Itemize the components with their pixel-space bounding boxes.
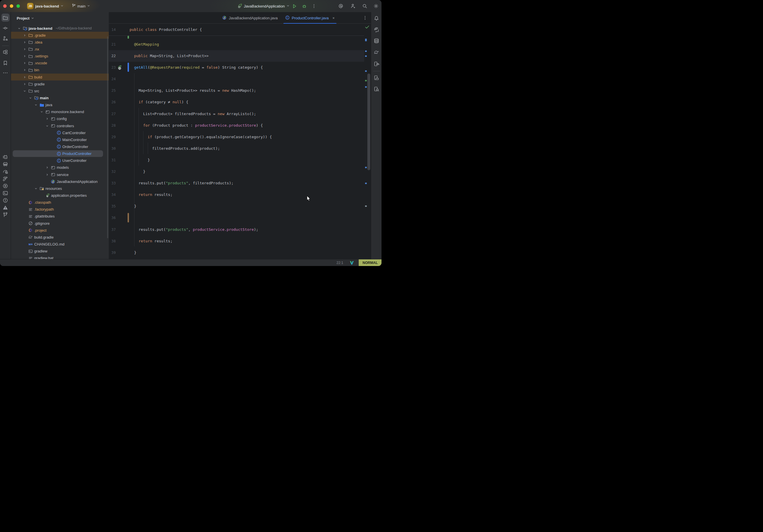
incognito-icon[interactable]	[1, 160, 10, 168]
code-row-25[interactable]: 25Map<String, List<Product>> results = n…	[109, 85, 364, 96]
project-folder-icon[interactable]	[1, 14, 10, 22]
code-row-30[interactable]: 30filteredProducts.add(product);	[109, 143, 364, 154]
tree-item--vscode[interactable]: .vscode	[11, 60, 109, 67]
tree-item-controllers[interactable]: controllers	[11, 122, 109, 129]
code-row-24[interactable]: 24	[109, 73, 364, 85]
tree-item-src[interactable]: src	[11, 87, 109, 94]
running-devices-icon[interactable]	[372, 73, 381, 82]
stripe-change-mark[interactable]	[365, 55, 367, 57]
tree-item-gradlew[interactable]: gradlew	[11, 248, 109, 255]
code-row-21[interactable]: 21@GetMapping	[109, 39, 364, 50]
tab-productcontroller-java[interactable]: CProductController.java×	[283, 12, 337, 24]
search-icon[interactable]	[362, 3, 368, 9]
more-actions-icon[interactable]	[311, 3, 317, 9]
tree-item--classpath[interactable]: .classpath	[11, 199, 109, 206]
debug-button[interactable]	[301, 3, 307, 9]
chevron-right-icon[interactable]	[23, 40, 27, 45]
code-row-29[interactable]: 29if (product.getCategory().equalsIgnore…	[109, 131, 364, 143]
commit-icon[interactable]	[1, 24, 10, 32]
run-configuration-selector[interactable]: JavaBackendApplication	[237, 0, 290, 12]
chevron-right-icon[interactable]	[23, 82, 27, 86]
editor-scrollbar[interactable]	[367, 73, 370, 170]
tree-item-java-backend[interactable]: java-backend~/Github/java-backend	[11, 25, 109, 32]
chevron-right-icon[interactable]	[23, 75, 27, 79]
stripe-change-mark[interactable]	[365, 51, 367, 52]
warnings-icon[interactable]	[1, 203, 10, 211]
code-row-22[interactable]: 22public Map<String, List<Product>>	[109, 50, 364, 62]
stripe-change-mark[interactable]	[365, 183, 367, 184]
tree-item-config[interactable]: config	[11, 115, 109, 122]
hierarchy-icon[interactable]	[1, 48, 10, 56]
tree-item-build-gradle[interactable]: build.gradle	[11, 234, 109, 241]
ai-assistant-icon[interactable]	[338, 3, 344, 9]
code-editor[interactable]: 21@GetMapping22public Map<String, List<P…	[109, 36, 364, 259]
window-minimize-button[interactable]	[10, 4, 13, 8]
device-explorer-icon[interactable]	[372, 85, 381, 93]
code-row-37[interactable]: 37results.put("products", productService…	[109, 224, 364, 235]
stripe-change-mark[interactable]	[365, 167, 367, 168]
chevron-down-icon[interactable]	[23, 89, 27, 93]
chevron-down-icon[interactable]	[39, 110, 44, 114]
chevron-right-icon[interactable]	[23, 68, 27, 72]
tree-item--project[interactable]: .project	[11, 227, 109, 234]
tree-item-models[interactable]: models	[11, 164, 109, 171]
chevron-right-icon[interactable]	[23, 61, 27, 65]
spring-endpoint-gutter-icon[interactable]	[116, 64, 122, 70]
code-row-35[interactable]: 35}	[109, 200, 364, 212]
inspections-ok-icon[interactable]	[365, 25, 370, 30]
tree-item--gradle[interactable]: .gradle	[11, 32, 109, 39]
tree-item-bin[interactable]: bin	[11, 67, 109, 73]
tree-item-productcontroller[interactable]: CProductController	[11, 150, 109, 157]
tree-item-cartcontroller[interactable]: CCartController	[11, 129, 109, 136]
code-row-39[interactable]: 39}	[109, 247, 364, 259]
window-zoom-button[interactable]	[16, 4, 20, 8]
project-switcher[interactable]: java-backend	[35, 0, 64, 12]
tree-item--gitignore[interactable]: .gitignore	[11, 220, 109, 227]
tree-item--gitattributes[interactable]: .gitattributes	[11, 213, 109, 220]
tree-item-gradlew-bat[interactable]: gradlew.bat	[11, 255, 109, 259]
stripe-change-mark[interactable]	[365, 80, 367, 81]
code-row-34[interactable]: 34return results;	[109, 189, 364, 200]
chevron-right-icon[interactable]	[45, 165, 50, 170]
chevron-down-icon[interactable]	[34, 103, 38, 107]
tree-item-main[interactable]: main	[11, 94, 109, 101]
run-button[interactable]	[291, 3, 297, 9]
tree-item-changelog-md[interactable]: MCHANGELOG.md	[11, 241, 109, 248]
tree-item-maincontroller[interactable]: CMainController	[11, 136, 109, 143]
tree-item-monostore-backend[interactable]: monostore.backend	[11, 108, 109, 115]
close-icon[interactable]: ×	[332, 16, 335, 20]
chevron-right-icon[interactable]	[23, 54, 27, 58]
tree-scrollbar[interactable]	[107, 36, 108, 238]
code-row-23[interactable]: 23getAll(@RequestParam(required = false)…	[109, 62, 364, 73]
notifications-icon[interactable]	[372, 14, 381, 22]
code-row-27[interactable]: 27List<Product> filteredProducts = new A…	[109, 108, 364, 120]
tree-item--factorypath[interactable]: .factorypath	[11, 206, 109, 213]
tree-item-gradle[interactable]: gradle	[11, 80, 109, 87]
bookmarks-icon[interactable]	[1, 59, 10, 67]
tree-item--idea[interactable]: .idea	[11, 39, 109, 46]
chevron-right-icon[interactable]	[45, 117, 50, 121]
code-row-31[interactable]: 31}	[109, 154, 364, 166]
tree-item-resources[interactable]: resources	[11, 185, 109, 192]
more-tools-icon[interactable]	[1, 69, 10, 77]
build-icon[interactable]	[1, 174, 10, 183]
profiler-icon[interactable]	[1, 167, 10, 175]
ideavim-icon[interactable]	[350, 261, 354, 265]
sticky-header-line[interactable]: 14public class ProductController {	[109, 24, 364, 36]
chevron-down-icon[interactable]	[34, 186, 38, 191]
chevron-right-icon[interactable]	[23, 47, 27, 52]
ai-chat-icon[interactable]	[372, 25, 381, 34]
stripe-change-mark[interactable]	[365, 86, 367, 88]
add-user-icon[interactable]	[350, 3, 356, 9]
code-row-32[interactable]: 32}	[109, 166, 364, 177]
gradle-icon[interactable]	[372, 48, 381, 56]
chevron-down-icon[interactable]	[45, 124, 50, 128]
stripe-change-mark[interactable]	[365, 39, 367, 41]
code-row-36[interactable]: 36	[109, 212, 364, 224]
tab-javabackendapplication-java[interactable]: JavaBackendApplication.java	[220, 12, 279, 24]
terminal-icon[interactable]	[1, 189, 10, 197]
structure-icon[interactable]	[1, 34, 10, 43]
chevron-down-icon[interactable]	[17, 26, 21, 31]
code-row-26[interactable]: 26if (category ≠ null) {	[109, 96, 364, 108]
version-control-icon[interactable]	[1, 211, 10, 219]
